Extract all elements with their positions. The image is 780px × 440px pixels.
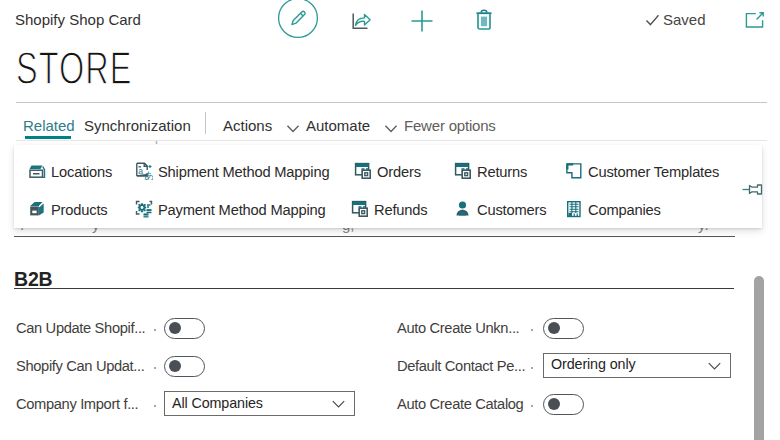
svg-text:あ: あ xyxy=(145,170,154,180)
svg-text:a: a xyxy=(138,166,143,176)
